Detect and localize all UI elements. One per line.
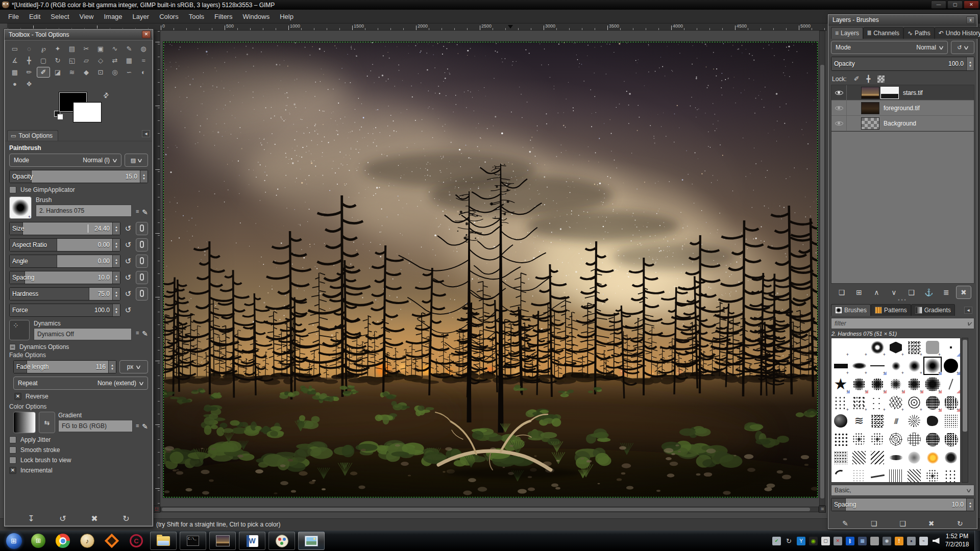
tab-undo-history[interactable]: ↶Undo History: [935, 27, 980, 39]
taskbar-app-cubase[interactable]: C: [126, 531, 147, 551]
tool-pencil-icon[interactable]: ✏: [22, 67, 36, 78]
duplicate-brush-button[interactable]: ❑: [895, 517, 910, 530]
brush-swatch-dot[interactable]: [942, 338, 960, 357]
brush-swatch-grunge[interactable]: +: [923, 393, 942, 412]
menu-view[interactable]: View: [75, 11, 99, 22]
refresh-brushes-button[interactable]: ↻: [952, 517, 968, 530]
brush-swatch-grunge[interactable]: [923, 430, 942, 448]
hardness-link-button[interactable]: [136, 287, 148, 300]
swap-colors-icon[interactable]: ⇄: [101, 90, 110, 100]
tool-mypaint-brush-icon[interactable]: ❖: [22, 79, 36, 89]
incremental-checkbox[interactable]: ✕ Incremental: [9, 467, 148, 474]
brush-filter-input[interactable]: filter ∨: [831, 318, 974, 329]
nvidia-settings-icon[interactable]: ◉: [809, 537, 818, 545]
tab-paths[interactable]: ∿Paths: [903, 27, 935, 39]
taskbar-app-gimp[interactable]: [209, 532, 236, 550]
delete-layer-button[interactable]: ✖: [956, 286, 971, 299]
spacing-slider[interactable]: Spacing 10.0 ▴▾: [9, 271, 120, 284]
chevron-down-icon[interactable]: ∨: [966, 320, 972, 327]
backup-warning-icon[interactable]: !: [895, 537, 903, 545]
brush-swatch-specks2[interactable]: +: [850, 393, 868, 412]
tool-cage-transform-icon[interactable]: ▦: [122, 55, 136, 66]
brush-swatch-splat2[interactable]: +: [887, 375, 905, 393]
edit-dynamics-button[interactable]: [136, 328, 148, 340]
layer-thumbnail[interactable]: [861, 87, 879, 99]
aspect-ratio-link-button[interactable]: [136, 238, 148, 252]
tool-airbrush-icon[interactable]: ≋: [65, 67, 79, 78]
force-spinner[interactable]: ▴▾: [112, 304, 120, 316]
tool-ellipse-select-icon[interactable]: ◌: [22, 43, 36, 54]
brush-swatch-sparse[interactable]: +: [868, 393, 887, 412]
brush-swatch-specks[interactable]: [942, 467, 960, 483]
brush-swatch-streak[interactable]: [868, 467, 887, 483]
opacity-slider[interactable]: Opacity 15.0 ▴▾: [9, 170, 148, 183]
brush-tag-dropdown[interactable]: Basic, ∨: [831, 485, 974, 496]
tool-ink-blob-icon[interactable]: ●: [8, 79, 21, 89]
default-colors-icon[interactable]: [54, 111, 63, 120]
minimize-button[interactable]: —: [931, 1, 946, 9]
gradient-field[interactable]: FG to BG (RGB): [58, 420, 133, 432]
toolbox-titlebar[interactable]: Toolbox - Tool Options ✕: [5, 30, 153, 40]
wireless-network-icon[interactable]: Y: [797, 537, 805, 545]
brush-swatch-grain[interactable]: [942, 412, 960, 430]
menu-file[interactable]: File: [3, 11, 24, 22]
tool-flip-icon[interactable]: ⇄: [108, 55, 121, 66]
menu-colors[interactable]: Colors: [154, 11, 184, 22]
aspect-ratio-slider[interactable]: Aspect Ratio 0.00 ▴▾: [9, 238, 120, 252]
lock-position-icon[interactable]: ╋: [867, 75, 871, 83]
layer-mode-dropdown[interactable]: Mode Normal∨: [831, 41, 948, 54]
maximize-button[interactable]: ▢: [947, 1, 963, 9]
tool-warp-transform-icon[interactable]: ≈: [137, 55, 150, 66]
layer-row-stars-tif[interactable]: stars.tif: [831, 85, 974, 101]
tool-clone-icon[interactable]: ⊡: [94, 67, 107, 78]
taskbar-app-launcher-green[interactable]: ⊞: [28, 531, 49, 551]
brush-swatch-noise[interactable]: +: [905, 338, 923, 357]
brush-swatch-soft2[interactable]: +: [905, 357, 923, 375]
save-tool-preset-button[interactable]: ↧: [28, 514, 34, 523]
new-layer-button[interactable]: ❏: [834, 286, 849, 299]
brush-swatch-smear[interactable]: [887, 448, 905, 467]
brush-swatch-ball[interactable]: [831, 412, 850, 430]
tool-color-picker-icon[interactable]: ✎: [122, 43, 136, 54]
tool-paintbrush-icon[interactable]: ✐: [37, 67, 50, 78]
brush-swatch-blob[interactable]: [923, 412, 942, 430]
dynamics-thumbnail[interactable]: [9, 320, 30, 340]
brush-swatch-hatch[interactable]: [850, 448, 868, 467]
menu-filters[interactable]: Filters: [209, 11, 237, 22]
panel-menu-button[interactable]: ◂: [142, 130, 150, 137]
volume-icon[interactable]: [932, 537, 940, 545]
fade-unit-dropdown[interactable]: px∨: [119, 360, 148, 373]
spacing-link-button[interactable]: [136, 271, 148, 284]
brush-swatch-graysq[interactable]: +: [923, 338, 942, 357]
brush-swatch-needle[interactable]: [942, 375, 960, 393]
tool-shear-icon[interactable]: ▱: [80, 55, 93, 66]
tool-dodge-burn-icon[interactable]: ◐: [137, 67, 150, 78]
tool-perspective-icon[interactable]: ◇: [94, 55, 107, 66]
tool-free-select-icon[interactable]: ℘: [37, 43, 50, 54]
brush-swatch-dots2[interactable]: [831, 430, 850, 448]
taskbar-app-photo-viewer[interactable]: [298, 532, 325, 550]
new-layer-group-button[interactable]: ⊞: [851, 286, 867, 299]
spacing-reset-button[interactable]: ↺: [122, 271, 134, 284]
brush-swatch-line[interactable]: +: [868, 357, 887, 375]
opacity-spinner[interactable]: ▴▾: [140, 170, 148, 183]
close-button[interactable]: ✕: [964, 1, 979, 9]
lock-brush-checkbox[interactable]: Lock brush to view: [9, 457, 148, 464]
gradient-thumbnail[interactable]: [13, 412, 36, 433]
vertical-ruler[interactable]: [153, 31, 160, 511]
paint-mode-dropdown[interactable]: Mode Normal (l)∨: [9, 154, 121, 167]
brush-swatch-ring[interactable]: +: [868, 338, 887, 357]
repeat-dropdown[interactable]: Repeat None (extend)∨: [13, 377, 148, 390]
brush-swatch-hellipse[interactable]: +: [850, 357, 868, 375]
taskbar-app-paint[interactable]: [268, 532, 295, 550]
tool-smudge-icon[interactable]: ∽: [122, 67, 136, 78]
tool-eraser-icon[interactable]: ◪: [51, 67, 64, 78]
tab-patterns[interactable]: Patterns: [871, 304, 911, 316]
size-slider[interactable]: Size 24.40 ▴▾: [9, 222, 120, 235]
brush-swatch-burst[interactable]: [905, 412, 923, 430]
force-reset-button[interactable]: ↺: [122, 304, 134, 317]
tool-ink-icon[interactable]: ◆: [80, 67, 93, 78]
brush-swatch-smoke[interactable]: [905, 448, 923, 467]
hardness-reset-button[interactable]: ↺: [122, 287, 134, 300]
tool-rotate-icon[interactable]: ↻: [51, 55, 64, 66]
